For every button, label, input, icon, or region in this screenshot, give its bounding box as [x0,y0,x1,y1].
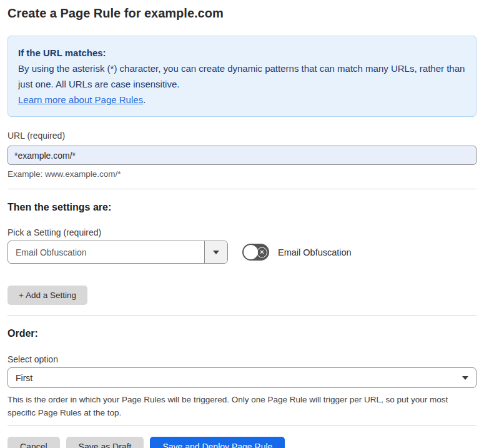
chevron-down-icon [462,376,468,380]
order-section-heading: Order: [7,327,477,339]
email-obfuscation-toggle-group: ✕ Email Obfuscation [242,244,352,261]
add-setting-button[interactable]: + Add a Setting [7,286,87,305]
url-input[interactable] [7,146,477,165]
email-obfuscation-toggle[interactable]: ✕ [242,244,269,261]
chevron-down-icon [213,251,219,254]
divider [7,315,477,316]
order-description: This is the order in which your Page Rul… [7,393,470,419]
info-box-body: By using the asterisk (*) character, you… [18,61,466,92]
info-box-link-row: Learn more about Page Rules. [18,92,466,107]
setting-dropdown[interactable]: Email Obfuscation [7,241,228,264]
order-select-label: Select option [7,354,477,365]
setting-dropdown-arrow-button[interactable] [204,241,227,263]
setting-dropdown-value: Email Obfuscation [8,241,204,263]
url-example-hint: Example: www.example.com/* [7,169,477,179]
page-rule-form: Create a Page Rule for example.com If th… [0,0,484,448]
order-select[interactable]: First [7,367,477,388]
pick-setting-label: Pick a Setting (required) [7,227,477,238]
link-suffix: . [143,94,146,105]
divider [7,189,477,189]
url-match-info-box: If the URL matches: By using the asteris… [7,36,477,117]
toggle-label: Email Obfuscation [278,247,352,257]
url-field-label: URL (required) [7,131,477,141]
info-box-heading: If the URL matches: [18,45,466,61]
save-as-draft-button[interactable]: Save as Draft [66,437,144,448]
page-title: Create a Page Rule for example.com [7,6,477,21]
cancel-button[interactable]: Cancel [7,437,60,448]
settings-section-heading: Then the settings are: [7,201,477,213]
footer-actions: Cancel Save as Draft Save and Deploy Pag… [7,437,477,448]
divider [7,425,477,426]
toggle-knob [244,245,258,259]
save-and-deploy-button[interactable]: Save and Deploy Page Rule [150,437,285,448]
setting-row: Email Obfuscation ✕ Email Obfuscation [7,241,477,264]
order-select-value: First [16,373,462,383]
learn-more-link[interactable]: Learn more about Page Rules [18,94,143,105]
toggle-off-x-icon: ✕ [257,247,267,257]
